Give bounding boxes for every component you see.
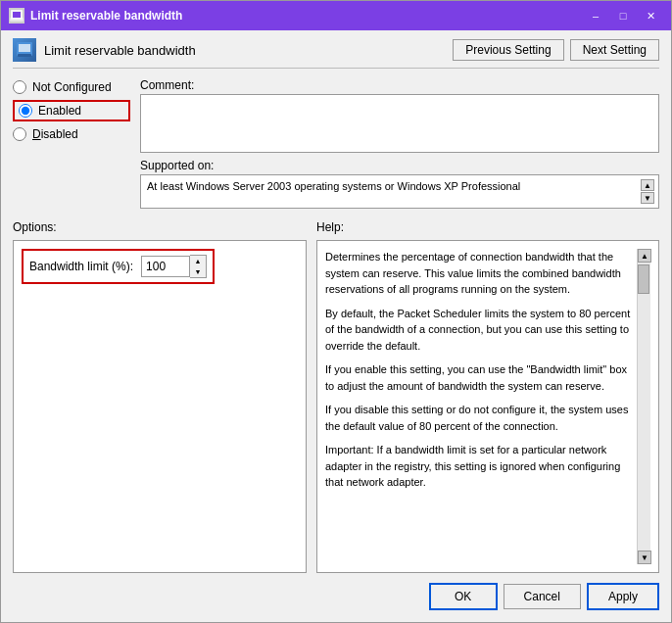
window-title: Limit reservable bandwidth [30, 9, 583, 23]
cancel-button[interactable]: Cancel [504, 584, 581, 609]
help-text: Determines the percentage of connection … [325, 249, 633, 564]
next-setting-button[interactable]: Next Setting [570, 39, 659, 61]
help-para-1: Determines the percentage of connection … [325, 249, 633, 298]
footer: OK Cancel Apply [13, 573, 659, 614]
window-body: Limit reservable bandwidth Previous Sett… [1, 30, 671, 622]
middle-section: Options: Bandwidth limit (%): ▲ ▼ [13, 220, 659, 573]
bandwidth-spinner: ▲ ▼ [141, 255, 207, 278]
svg-rect-1 [13, 12, 21, 18]
title-bar: Limit reservable bandwidth – □ ✕ [1, 1, 671, 30]
bandwidth-row: Bandwidth limit (%): ▲ ▼ [22, 249, 215, 284]
not-configured-option[interactable]: Not Configured [13, 80, 130, 94]
main-window: Limit reservable bandwidth – □ ✕ Limit r… [0, 0, 672, 623]
header-title: Limit reservable bandwidth [44, 43, 196, 58]
supported-scrollbar: ▲ ▼ [641, 179, 654, 204]
supported-row: Supported on: At least Windows Server 20… [140, 159, 659, 209]
header-buttons: Previous Setting Next Setting [453, 39, 659, 61]
title-bar-controls: – □ ✕ [583, 7, 663, 24]
header-icon [13, 38, 36, 62]
disabled-label: Disabled [32, 127, 78, 141]
enabled-radio[interactable] [19, 104, 32, 118]
maximize-button[interactable]: □ [610, 7, 636, 24]
help-scroll-up[interactable]: ▲ [638, 249, 651, 263]
help-scroll-track[interactable] [638, 263, 650, 551]
comment-supported-section: Comment: Supported on: At least Windows … [140, 78, 659, 209]
help-para-2: By default, the Packet Scheduler limits … [325, 306, 633, 355]
help-title: Help: [316, 220, 659, 234]
previous-setting-button[interactable]: Previous Setting [453, 39, 563, 61]
radio-group: Not Configured Enabled Disabled [13, 78, 130, 209]
window-icon [9, 8, 24, 24]
not-configured-label: Not Configured [32, 80, 112, 94]
help-panel: Help: Determines the percentage of conne… [316, 220, 659, 573]
enabled-option[interactable]: Enabled [13, 100, 130, 121]
spinner-down-button[interactable]: ▼ [190, 266, 206, 277]
svg-rect-5 [18, 54, 31, 57]
window-header: Limit reservable bandwidth Previous Sett… [13, 38, 659, 69]
svg-rect-2 [10, 18, 24, 22]
supported-field: At least Windows Server 2003 operating s… [140, 174, 659, 209]
spinner-buttons: ▲ ▼ [190, 255, 207, 278]
comment-label: Comment: [140, 78, 659, 92]
enabled-label: Enabled [38, 104, 81, 118]
help-para-4: If you disable this setting or do not co… [325, 402, 633, 434]
options-box: Bandwidth limit (%): ▲ ▼ [13, 240, 307, 573]
scroll-up-arrow[interactable]: ▲ [641, 179, 654, 191]
bandwidth-label: Bandwidth limit (%): [29, 260, 133, 273]
minimize-button[interactable]: – [583, 7, 608, 24]
disabled-option[interactable]: Disabled [13, 127, 130, 141]
svg-rect-4 [19, 44, 30, 52]
not-configured-radio[interactable] [13, 80, 26, 94]
close-button[interactable]: ✕ [638, 7, 663, 24]
supported-text: At least Windows Server 2003 operating s… [147, 179, 637, 193]
disabled-radio[interactable] [13, 127, 26, 141]
supported-label: Supported on: [140, 159, 659, 172]
help-para-5: Important: If a bandwidth limit is set f… [325, 442, 633, 491]
spinner-up-button[interactable]: ▲ [190, 256, 206, 266]
ok-button[interactable]: OK [429, 583, 498, 610]
help-para-3: If you enable this setting, you can use … [325, 361, 633, 394]
top-section: Not Configured Enabled Disabled Comment: [13, 78, 659, 209]
apply-button[interactable]: Apply [587, 583, 659, 610]
help-scrollbar: ▲ ▼ [637, 249, 650, 564]
options-title: Options: [13, 220, 307, 234]
help-box: Determines the percentage of connection … [316, 240, 659, 573]
options-panel: Options: Bandwidth limit (%): ▲ ▼ [13, 220, 307, 573]
scroll-down-arrow[interactable]: ▼ [641, 192, 654, 204]
help-scroll-thumb[interactable] [638, 264, 649, 294]
bandwidth-input[interactable] [141, 256, 190, 277]
help-scroll-down[interactable]: ▼ [638, 551, 651, 564]
comment-textarea[interactable] [140, 94, 659, 153]
comment-row: Comment: [140, 78, 659, 153]
